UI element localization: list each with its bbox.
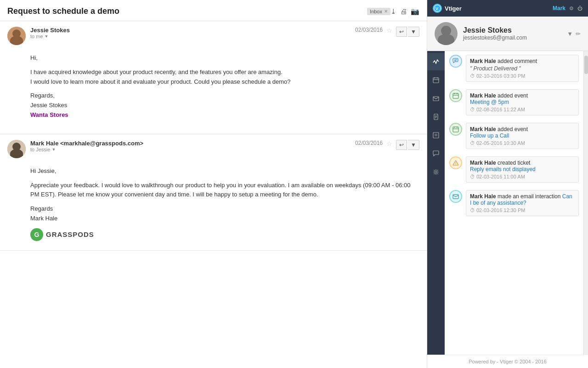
image-icon[interactable]: 📷: [411, 7, 419, 16]
email-header-bar: Request to schedule a demo Inbox ✕ ⤓ 🖨 📷: [0, 0, 427, 21]
timeline-scrollbar[interactable]: [583, 51, 588, 355]
inbox-close-icon[interactable]: ✕: [384, 9, 388, 14]
tl-content-4: Mark Hale created ticket Reply emails no…: [466, 156, 579, 183]
crm-logo: V Vtiger: [433, 4, 553, 13]
tl-icon-2: [449, 89, 462, 102]
timeline-item-4: Mark Hale created ticket Reply emails no…: [449, 156, 579, 183]
email-panel: Request to schedule a demo Inbox ✕ ⤓ 🖨 📷…: [0, 0, 427, 368]
sender-avatar-mark: [7, 140, 26, 158]
msg-header-1: Jessie Stokes to me ▼ 02/03/2016 ☆ ↩ ▼: [7, 27, 419, 45]
msg-info-1: Jessie Stokes to me ▼: [30, 27, 355, 39]
msg-sender-2: Mark Hale <markhale@grasspods.com>: [30, 140, 355, 147]
tl-icon-3: [449, 123, 462, 136]
msg-meta-2: 02/03/2016 ☆ ↩ ▼: [355, 140, 419, 150]
nav-item-settings[interactable]: [427, 163, 445, 181]
download-icon[interactable]: ⤓: [390, 7, 396, 16]
tl-time-5: ⏱ 02-03-2016 12:30 PM: [470, 207, 575, 213]
to-dropdown-arrow-1[interactable]: ▼: [45, 34, 49, 39]
tl-content-3: Mark Hale added event Follow up a Call ⏱…: [466, 123, 579, 149]
sender-avatar-jessie: [7, 27, 26, 45]
crm-power-icon[interactable]: ⏻: [577, 6, 582, 11]
msg-date-2: 02/03/2016: [355, 140, 383, 146]
email-message-2: Mark Hale <markhale@grasspods.com> to Je…: [0, 134, 427, 251]
inbox-badge: Inbox ✕: [367, 8, 390, 15]
nav-item-activity[interactable]: [427, 53, 445, 70]
reply-button-2[interactable]: ↩: [396, 140, 407, 150]
crm-body: Mark Hale added comment " Product Delive…: [427, 51, 588, 355]
tl-link-2: Meeting @ 5pm: [470, 99, 575, 105]
reply-dropdown-button-2[interactable]: ▼: [408, 140, 419, 150]
tl-content-2: Mark Hale added event Meeting @ 5pm ⏱ 02…: [466, 89, 579, 115]
crm-contact-email: jessiestokes6@gmail.com: [463, 34, 567, 41]
email-message-1: Jessie Stokes to me ▼ 02/03/2016 ☆ ↩ ▼ H…: [0, 21, 427, 134]
to-dropdown-arrow-2[interactable]: ▼: [51, 147, 56, 152]
svg-rect-2: [433, 78, 439, 83]
grasspods-logo: G GRASSPODS: [30, 228, 419, 241]
crm-contact-info: Jessie Stokes jessiestokes6@gmail.com: [463, 26, 567, 41]
tl-icon-4: [449, 156, 462, 169]
msg-to-2: to Jessie ▼: [30, 147, 355, 152]
msg-info-2: Mark Hale <markhale@grasspods.com> to Je…: [30, 140, 355, 152]
svg-text:V: V: [435, 6, 438, 11]
nav-item-email[interactable]: [427, 90, 445, 107]
crm-timeline: Mark Hale added comment " Product Delive…: [445, 51, 583, 355]
crm-user-name: Mark: [553, 5, 565, 12]
tl-title-3: Mark Hale added event: [470, 126, 575, 132]
email-toolbar-icons: ⤓ 🖨 📷: [390, 7, 419, 16]
crm-app-name: Vtiger: [445, 5, 462, 12]
tl-time-4: ⏱ 02-03-2016 11:00 AM: [470, 174, 575, 179]
scrollbar-thumb: [584, 56, 588, 74]
crm-topbar: V Vtiger Mark ⚙ ⏻: [427, 0, 588, 17]
crm-settings-icon[interactable]: ⚙: [569, 6, 574, 12]
crm-dropdown-icon[interactable]: ▼: [567, 30, 573, 37]
nav-item-document[interactable]: [427, 108, 445, 126]
crm-contact-name: Jessie Stokes: [463, 26, 567, 34]
svg-rect-21: [453, 127, 458, 132]
crm-contact-actions: ▼ ✏: [567, 30, 581, 37]
star-icon-1[interactable]: ☆: [386, 27, 392, 34]
tl-time-1: ⏱ 02-10-2016 03:30 PM: [470, 73, 575, 79]
body-greeting-1: Hi,: [30, 53, 419, 63]
crm-edit-icon[interactable]: ✏: [576, 30, 581, 37]
tl-link-4: Reply emails not displayed: [470, 166, 575, 172]
grasspods-text: GRASSPODS: [46, 229, 94, 240]
nav-item-chat[interactable]: [427, 145, 445, 162]
reply-dropdown-button-1[interactable]: ▼: [408, 27, 419, 37]
crm-topbar-right: Mark ⚙ ⏻: [553, 5, 582, 12]
tl-title-4: Mark Hale created ticket: [470, 160, 575, 166]
crm-footer: Powered by - Vtiger © 2004 - 2016: [427, 355, 588, 368]
tl-quote-1: " Product Delivered ": [470, 65, 575, 72]
print-icon[interactable]: 🖨: [400, 7, 407, 16]
nav-item-list[interactable]: [427, 126, 445, 144]
msg-to-1: to me ▼: [30, 34, 355, 39]
star-icon-2[interactable]: ☆: [386, 140, 392, 147]
msg-meta-1: 02/03/2016 ☆ ↩ ▼: [355, 27, 419, 37]
nav-item-calendar[interactable]: [427, 71, 445, 89]
msg-body-2: Hi Jessie, Appreciate your feedback. I w…: [7, 163, 419, 245]
tl-title-1: Mark Hale added comment: [470, 58, 575, 64]
timeline-item-1: Mark Hale added comment " Product Delive…: [449, 55, 579, 82]
tl-time-3: ⏱ 02-05-2016 10:30 AM: [470, 140, 575, 146]
tl-content-5: Mark Hale made an email interaction Can …: [466, 190, 579, 216]
svg-point-26: [456, 165, 456, 165]
crm-contact-header: Jessie Stokes jessiestokes6@gmail.com ▼ …: [427, 17, 588, 51]
msg-sender-1: Jessie Stokes: [30, 27, 355, 34]
tl-icon-1: [449, 55, 462, 68]
tl-title-5: Mark Hale made an email interaction Can …: [470, 193, 575, 206]
reply-button-1[interactable]: ↩: [396, 27, 407, 37]
body-text-2: Appreciate your feedback. I would love t…: [30, 181, 419, 200]
crm-sidebar: V Vtiger Mark ⚙ ⏻ Jessie Stokes jessiest…: [427, 0, 588, 368]
body-text-1: I have acquired knowledge about your pro…: [30, 68, 419, 87]
company-link-1[interactable]: Wanta Stores: [30, 111, 68, 118]
timeline-item-5: Mark Hale made an email interaction Can …: [449, 190, 579, 216]
msg-actions-1: ↩ ▼: [396, 27, 419, 37]
tl-icon-5: [449, 190, 462, 203]
tl-time-2: ⏱ 02-08-2016 11:22 AM: [470, 107, 575, 112]
tl-link-3: Follow up a Call: [470, 132, 575, 139]
crm-nav: [427, 51, 445, 355]
inbox-label: Inbox: [370, 9, 382, 14]
crm-contact-avatar: [435, 22, 458, 45]
msg-actions-2: ↩ ▼: [396, 140, 419, 150]
svg-rect-17: [453, 93, 458, 98]
regards-2: Regards Mark Hale: [30, 204, 419, 224]
